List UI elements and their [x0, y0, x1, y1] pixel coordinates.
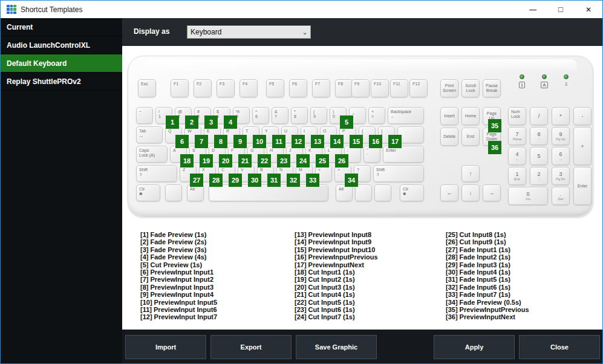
key-num: NumLock	[508, 107, 526, 125]
chevron-down-icon: ⌄	[299, 28, 310, 36]
shortcut-badge-2: 2	[185, 115, 198, 129]
key-symbol: (9	[310, 107, 327, 124]
keyboard-graphic: EscF1F2F3F4F5F6F7F8F9F10F11F12~`!1@2#3$4…	[128, 56, 593, 216]
logo-square	[13, 5, 16, 8]
legend-item: [1] Fade Preview (1s)	[140, 231, 217, 238]
key-3: 3Pg Dn	[552, 167, 570, 185]
sidebar-item-replay-shuttleprov2[interactable]: Replay ShuttlePROv2	[1, 73, 122, 91]
numlock-led: 1	[513, 74, 531, 88]
legend-item: [32] Fade Input6 (1s)	[446, 284, 529, 291]
logo-square	[13, 11, 16, 15]
key-symbol: *	[552, 107, 570, 125]
logo-square	[7, 8, 10, 11]
key-8: 8↑	[530, 127, 548, 145]
key-blank	[374, 184, 391, 201]
display-as-value: Keyboard	[187, 28, 299, 36]
close-button[interactable]: ✕	[575, 1, 602, 18]
display-as-select[interactable]: Keyboard ⌄	[187, 25, 311, 39]
shortcut-badge-26: 26	[335, 154, 348, 167]
key-f7: F7	[312, 79, 330, 97]
key-9: 9Pg Up	[552, 127, 570, 145]
key-blank	[165, 184, 182, 201]
key-symbol: "'	[363, 146, 380, 163]
close-action-button[interactable]: Close	[519, 335, 600, 359]
apply-button[interactable]: Apply	[434, 335, 515, 359]
shortcut-badge-32: 32	[287, 174, 300, 187]
logo-square	[10, 8, 13, 11]
capslock-led: A	[535, 74, 553, 88]
led-glyph: 1	[519, 82, 525, 88]
shortcut-badge-17: 17	[388, 135, 402, 148]
legend-item: [19] Cut Input2 (1s)	[295, 276, 378, 283]
legend-item: [10] PreviewInput Input5	[140, 299, 217, 306]
shortcut-badge-10: 10	[253, 135, 266, 148]
minimize-button[interactable]: —	[519, 1, 547, 18]
key-print: PrintScreen	[440, 79, 458, 97]
window-title: Shortcut Templates	[21, 5, 83, 14]
save-graphic-button[interactable]: Save Graphic	[296, 335, 377, 359]
logo-square	[7, 5, 10, 8]
led-dot-icon	[520, 74, 524, 79]
key-blank	[355, 184, 372, 201]
shortcut-badge-31: 31	[267, 174, 281, 187]
legend-column-3: [25] Cut Input8 (1s)[26] Cut Input9 (1s)…	[446, 231, 529, 321]
import-button[interactable]: Import	[125, 335, 206, 359]
legend-column-2: [13] PreviewInput Input8[14] PreviewInpu…	[295, 231, 378, 321]
key-backspace: Backspace←	[388, 107, 424, 124]
key-blank	[209, 184, 328, 201]
legend-item: [18] Cut Input1 (1s)	[295, 268, 378, 276]
legend-column-1: [1] Fade Preview (1s)[2] Fade Preview (2…	[140, 231, 217, 321]
key-shift: Shift⇧	[373, 165, 424, 182]
legend-item: [21] Cut Input4 (1s)	[295, 291, 378, 298]
led-glyph: A	[541, 82, 547, 88]
key-6: 6→	[552, 147, 570, 165]
key-symbol: *8	[291, 107, 308, 124]
key-insert: Insert	[440, 107, 458, 125]
shortcut-badge-24: 24	[296, 154, 310, 167]
sidebar-item-audio-launchcontrolxl[interactable]: Audio LaunchControlXL	[1, 36, 122, 54]
key-end: End	[461, 128, 480, 146]
shortcut-templates-window: Shortcut Templates — □ ✕ Current Audio L…	[0, 0, 603, 364]
title-bar: Shortcut Templates — □ ✕	[1, 1, 602, 18]
key-f4: F4	[240, 79, 258, 97]
legend-item: [3] Fade Preview (3s)	[140, 246, 217, 253]
key-f5: F5	[266, 79, 284, 97]
key-1: 1End	[508, 167, 526, 185]
legend-item: [27] Fade Input1 (1s)	[446, 246, 529, 253]
key-enter: Enter	[383, 146, 424, 163]
key-esc: Esc	[138, 79, 156, 97]
shortcut-badge-16: 16	[369, 135, 382, 148]
legend-item: [13] PreviewInput Input8	[295, 231, 378, 238]
shortcut-badge-18: 18	[180, 154, 194, 167]
shortcut-badge-33: 33	[306, 174, 319, 187]
key-symbol: →	[483, 184, 501, 201]
key-f8: F8	[335, 79, 353, 97]
key-ctr: Ctr✱	[400, 184, 424, 201]
legend-item: [12] PreviewInput Input7	[140, 313, 217, 320]
sidebar-item-default-keyboard[interactable]: Default Keyboard	[1, 54, 122, 73]
key-home: Home	[461, 107, 480, 125]
key-5: 5	[530, 147, 548, 165]
maximize-button[interactable]: □	[547, 1, 575, 18]
key-scroll: ScrollLock	[461, 79, 480, 97]
sidebar-item-current[interactable]: Current	[1, 18, 122, 36]
led-dot-icon	[542, 74, 547, 79]
shortcut-badge-6: 6	[175, 135, 189, 148]
legend-item: [4] Fade Preview (4s)	[140, 253, 217, 261]
key-symbol: &7	[272, 107, 288, 124]
key-tab: Tab↔	[136, 126, 163, 143]
app-logo-icon	[7, 5, 16, 15]
legend-item: [16] PreviewInputPrevious	[295, 253, 378, 261]
led-glyph: ⇩	[564, 82, 569, 87]
legend-item: [5] Cut Preview (1s)	[140, 261, 217, 268]
key-pause: PauseBreak	[483, 79, 501, 97]
display-toolbar: Display as Keyboard ⌄	[122, 18, 602, 46]
legend-item: [6] PreviewInput Input1	[140, 268, 217, 276]
shortcut-badge-14: 14	[330, 135, 344, 148]
legend-item: [9] PreviewInput Input4	[140, 291, 217, 298]
shortcut-badge-29: 29	[229, 174, 242, 187]
shortcut-badge-22: 22	[258, 154, 271, 167]
legend-item: [31] Fade Input5 (1s)	[446, 276, 529, 283]
legend-item: [36] PreviewInputNext	[446, 313, 529, 320]
export-button[interactable]: Export	[210, 335, 292, 359]
